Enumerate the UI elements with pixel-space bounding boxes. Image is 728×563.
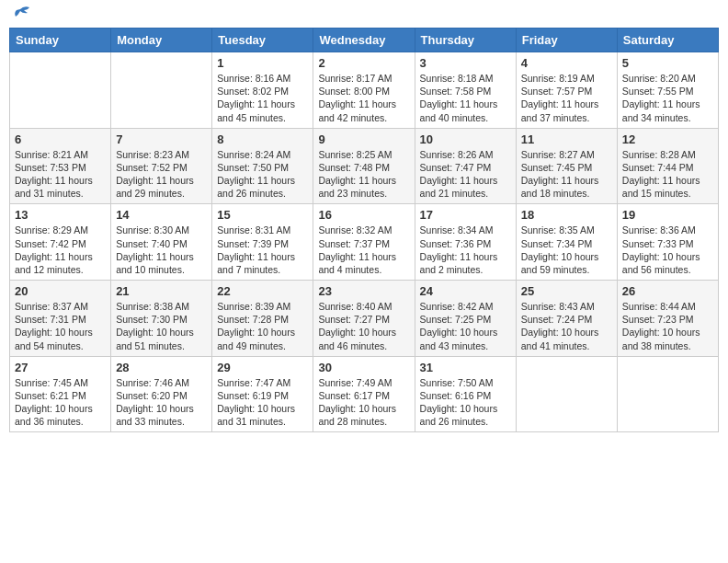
day-info: Sunrise: 7:46 AM Sunset: 6:20 PM Dayligh… xyxy=(116,376,207,429)
day-number: 29 xyxy=(217,361,308,374)
day-info: Sunrise: 8:24 AM Sunset: 7:50 PM Dayligh… xyxy=(217,148,308,201)
calendar-week-row: 6Sunrise: 8:21 AM Sunset: 7:53 PM Daylig… xyxy=(10,128,719,204)
day-info: Sunrise: 8:19 AM Sunset: 7:57 PM Dayligh… xyxy=(521,72,612,124)
calendar-day-cell: 29Sunrise: 7:47 AM Sunset: 6:19 PM Dayli… xyxy=(212,356,313,432)
day-info: Sunrise: 8:32 AM Sunset: 7:37 PM Dayligh… xyxy=(318,224,409,276)
day-number: 4 xyxy=(521,56,612,70)
calendar-day-cell: 10Sunrise: 8:26 AM Sunset: 7:47 PM Dayli… xyxy=(415,128,516,204)
day-info: Sunrise: 8:42 AM Sunset: 7:25 PM Dayligh… xyxy=(420,300,511,352)
calendar-col-header: Wednesday xyxy=(313,29,415,52)
page-header xyxy=(9,9,719,20)
calendar-day-cell: 30Sunrise: 7:49 AM Sunset: 6:17 PM Dayli… xyxy=(313,356,415,432)
calendar-day-cell: 16Sunrise: 8:32 AM Sunset: 7:37 PM Dayli… xyxy=(313,204,415,281)
calendar-col-header: Tuesday xyxy=(212,29,313,52)
calendar-day-cell: 27Sunrise: 7:45 AM Sunset: 6:21 PM Dayli… xyxy=(10,356,111,432)
calendar-day-cell: 22Sunrise: 8:39 AM Sunset: 7:28 PM Dayli… xyxy=(212,281,313,357)
calendar-day-cell: 26Sunrise: 8:44 AM Sunset: 7:23 PM Dayli… xyxy=(617,281,718,357)
calendar-day-cell: 4Sunrise: 8:19 AM Sunset: 7:57 PM Daylig… xyxy=(516,52,617,129)
calendar-day-cell: 5Sunrise: 8:20 AM Sunset: 7:55 PM Daylig… xyxy=(617,52,718,129)
day-number: 16 xyxy=(318,208,409,222)
day-info: Sunrise: 8:23 AM Sunset: 7:52 PM Dayligh… xyxy=(116,148,207,201)
day-number: 9 xyxy=(318,132,409,146)
day-info: Sunrise: 8:37 AM Sunset: 7:31 PM Dayligh… xyxy=(15,300,106,352)
day-number: 18 xyxy=(521,208,612,222)
day-info: Sunrise: 8:25 AM Sunset: 7:48 PM Dayligh… xyxy=(318,148,409,201)
day-info: Sunrise: 8:40 AM Sunset: 7:27 PM Dayligh… xyxy=(318,300,409,352)
day-number: 25 xyxy=(521,284,612,298)
day-info: Sunrise: 8:35 AM Sunset: 7:34 PM Dayligh… xyxy=(521,224,612,276)
calendar-day-cell: 11Sunrise: 8:27 AM Sunset: 7:45 PM Dayli… xyxy=(516,128,617,204)
day-number: 10 xyxy=(420,132,511,146)
day-number: 24 xyxy=(420,284,511,298)
day-number: 28 xyxy=(116,361,207,374)
calendar-week-row: 27Sunrise: 7:45 AM Sunset: 6:21 PM Dayli… xyxy=(10,356,719,432)
day-number: 2 xyxy=(318,56,409,70)
day-info: Sunrise: 8:17 AM Sunset: 8:00 PM Dayligh… xyxy=(318,72,409,124)
calendar-day-cell: 24Sunrise: 8:42 AM Sunset: 7:25 PM Dayli… xyxy=(415,281,516,357)
day-number: 19 xyxy=(622,208,713,222)
day-number: 6 xyxy=(15,132,106,146)
calendar-table: SundayMondayTuesdayWednesdayThursdayFrid… xyxy=(9,28,719,432)
calendar-col-header: Thursday xyxy=(415,29,516,52)
calendar-day-cell xyxy=(617,356,718,432)
day-number: 20 xyxy=(15,284,106,298)
calendar-header-row: SundayMondayTuesdayWednesdayThursdayFrid… xyxy=(10,29,719,52)
calendar-day-cell: 9Sunrise: 8:25 AM Sunset: 7:48 PM Daylig… xyxy=(313,128,415,204)
calendar-col-header: Saturday xyxy=(617,29,718,52)
calendar-day-cell: 7Sunrise: 8:23 AM Sunset: 7:52 PM Daylig… xyxy=(111,128,212,204)
calendar-day-cell: 23Sunrise: 8:40 AM Sunset: 7:27 PM Dayli… xyxy=(313,281,415,357)
calendar-day-cell: 25Sunrise: 8:43 AM Sunset: 7:24 PM Dayli… xyxy=(516,281,617,357)
day-number: 1 xyxy=(217,56,308,70)
calendar-col-header: Sunday xyxy=(10,29,111,52)
day-info: Sunrise: 8:21 AM Sunset: 7:53 PM Dayligh… xyxy=(15,148,106,201)
day-number: 22 xyxy=(217,284,308,298)
day-number: 31 xyxy=(420,361,511,374)
calendar-day-cell: 28Sunrise: 7:46 AM Sunset: 6:20 PM Dayli… xyxy=(111,356,212,432)
day-number: 8 xyxy=(217,132,308,146)
day-info: Sunrise: 8:43 AM Sunset: 7:24 PM Dayligh… xyxy=(521,300,612,352)
logo xyxy=(9,9,31,20)
calendar-day-cell: 17Sunrise: 8:34 AM Sunset: 7:36 PM Dayli… xyxy=(415,204,516,281)
calendar-day-cell: 20Sunrise: 8:37 AM Sunset: 7:31 PM Dayli… xyxy=(10,281,111,357)
calendar-day-cell: 15Sunrise: 8:31 AM Sunset: 7:39 PM Dayli… xyxy=(212,204,313,281)
calendar-col-header: Friday xyxy=(516,29,617,52)
calendar-day-cell: 8Sunrise: 8:24 AM Sunset: 7:50 PM Daylig… xyxy=(212,128,313,204)
day-info: Sunrise: 8:18 AM Sunset: 7:58 PM Dayligh… xyxy=(420,72,511,124)
day-number: 15 xyxy=(217,208,308,222)
day-info: Sunrise: 7:47 AM Sunset: 6:19 PM Dayligh… xyxy=(217,376,308,429)
calendar-day-cell: 1Sunrise: 8:16 AM Sunset: 8:02 PM Daylig… xyxy=(212,52,313,129)
calendar-day-cell xyxy=(10,52,111,129)
day-info: Sunrise: 7:45 AM Sunset: 6:21 PM Dayligh… xyxy=(15,376,106,429)
day-info: Sunrise: 8:26 AM Sunset: 7:47 PM Dayligh… xyxy=(420,148,511,201)
day-number: 21 xyxy=(116,284,207,298)
day-number: 12 xyxy=(622,132,713,146)
calendar-day-cell: 14Sunrise: 8:30 AM Sunset: 7:40 PM Dayli… xyxy=(111,204,212,281)
day-number: 5 xyxy=(622,56,713,70)
calendar-day-cell: 18Sunrise: 8:35 AM Sunset: 7:34 PM Dayli… xyxy=(516,204,617,281)
calendar-day-cell: 21Sunrise: 8:38 AM Sunset: 7:30 PM Dayli… xyxy=(111,281,212,357)
calendar-week-row: 1Sunrise: 8:16 AM Sunset: 8:02 PM Daylig… xyxy=(10,52,719,129)
day-number: 30 xyxy=(318,361,409,374)
logo-bird-icon xyxy=(11,6,31,24)
day-info: Sunrise: 7:50 AM Sunset: 6:16 PM Dayligh… xyxy=(420,376,511,429)
day-info: Sunrise: 8:44 AM Sunset: 7:23 PM Dayligh… xyxy=(622,300,713,352)
day-info: Sunrise: 8:28 AM Sunset: 7:44 PM Dayligh… xyxy=(622,148,713,201)
day-number: 7 xyxy=(116,132,207,146)
day-info: Sunrise: 8:34 AM Sunset: 7:36 PM Dayligh… xyxy=(420,224,511,276)
day-number: 11 xyxy=(521,132,612,146)
day-info: Sunrise: 8:30 AM Sunset: 7:40 PM Dayligh… xyxy=(116,224,207,276)
calendar-day-cell xyxy=(516,356,617,432)
calendar-day-cell: 3Sunrise: 8:18 AM Sunset: 7:58 PM Daylig… xyxy=(415,52,516,129)
day-number: 26 xyxy=(622,284,713,298)
calendar-day-cell xyxy=(111,52,212,129)
day-info: Sunrise: 8:20 AM Sunset: 7:55 PM Dayligh… xyxy=(622,72,713,124)
day-info: Sunrise: 7:49 AM Sunset: 6:17 PM Dayligh… xyxy=(318,376,409,429)
calendar-day-cell: 12Sunrise: 8:28 AM Sunset: 7:44 PM Dayli… xyxy=(617,128,718,204)
calendar-week-row: 13Sunrise: 8:29 AM Sunset: 7:42 PM Dayli… xyxy=(10,204,719,281)
day-info: Sunrise: 8:27 AM Sunset: 7:45 PM Dayligh… xyxy=(521,148,612,201)
calendar-day-cell: 19Sunrise: 8:36 AM Sunset: 7:33 PM Dayli… xyxy=(617,204,718,281)
day-info: Sunrise: 8:16 AM Sunset: 8:02 PM Dayligh… xyxy=(217,72,308,124)
calendar-day-cell: 2Sunrise: 8:17 AM Sunset: 8:00 PM Daylig… xyxy=(313,52,415,129)
calendar-col-header: Monday xyxy=(111,29,212,52)
day-number: 27 xyxy=(15,361,106,374)
